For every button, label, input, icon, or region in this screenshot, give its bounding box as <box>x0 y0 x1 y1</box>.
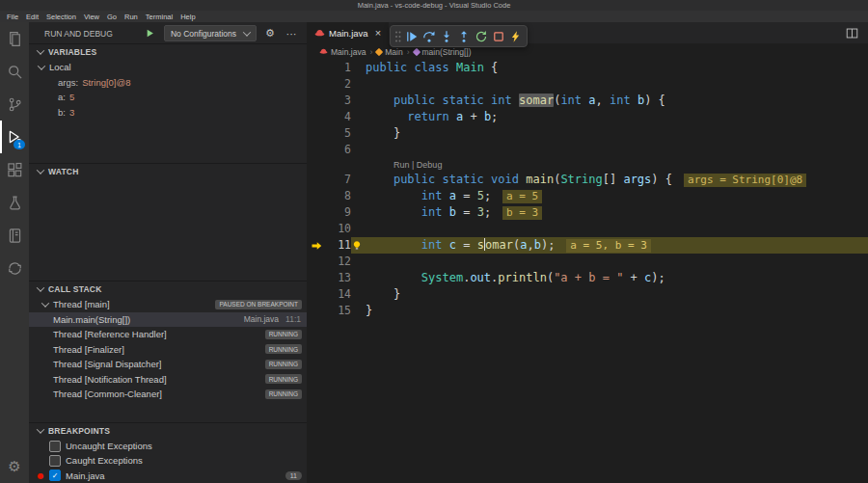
lightbulb-icon[interactable] <box>352 240 362 251</box>
breadcrumb-file[interactable]: Main.java <box>319 47 366 57</box>
call-stack-row[interactable]: Thread [Reference Handler]RUNNING <box>29 327 307 342</box>
code-line-6[interactable]: 6 <box>307 142 868 158</box>
line-number[interactable]: 10 <box>326 221 351 237</box>
code-line-7[interactable]: 7 public static void main(String[] args)… <box>307 172 868 188</box>
breadcrumb-method[interactable]: main(String[]) <box>414 47 472 57</box>
code-line-15[interactable]: 15} <box>307 303 868 319</box>
breakpoint-gutter[interactable] <box>307 221 326 237</box>
code-line-1[interactable]: 1public class Main { <box>307 60 868 76</box>
codelens-debug-link[interactable]: Debug <box>417 160 443 170</box>
extensions-icon[interactable] <box>0 153 29 186</box>
code-line-9[interactable]: 9 int b = 3;b = 3 <box>307 204 868 221</box>
breakpoint-gutter[interactable] <box>307 60 326 76</box>
breakpoint-gutter[interactable] <box>307 204 326 221</box>
call-stack-row[interactable]: Thread [Finalizer]RUNNING <box>29 342 307 358</box>
debug-config-dropdown[interactable]: No Configurations <box>164 25 257 41</box>
breakpoint-gutter[interactable] <box>307 286 326 303</box>
line-number[interactable]: 11 <box>326 237 351 254</box>
step-over-button[interactable] <box>420 28 437 44</box>
breakpoint-gutter[interactable] <box>307 188 326 204</box>
notebook-icon[interactable] <box>0 219 29 252</box>
search-icon[interactable] <box>0 55 29 88</box>
variable-row[interactable]: a:5 <box>29 90 307 105</box>
line-number[interactable]: 2 <box>326 76 351 93</box>
line-number[interactable]: 12 <box>326 254 351 270</box>
line-number[interactable]: 6 <box>326 142 351 158</box>
breakpoint-gutter[interactable] <box>307 172 326 188</box>
line-number[interactable]: 13 <box>326 270 351 286</box>
menu-terminal[interactable]: Terminal <box>142 13 176 21</box>
code-line-14[interactable]: 14 } <box>307 286 868 303</box>
code-line-4[interactable]: 4 return a + b; <box>307 109 868 125</box>
breakpoint-row[interactable]: Uncaught Exceptions <box>29 439 307 453</box>
variable-row[interactable]: b:3 <box>29 105 307 121</box>
breakpoint-checkbox[interactable]: ✓ <box>49 470 61 481</box>
source-control-icon[interactable] <box>0 88 29 121</box>
breakpoint-row[interactable]: Caught Exceptions <box>29 453 307 468</box>
run-and-debug-icon[interactable]: 1 <box>0 121 29 153</box>
close-tab-icon[interactable]: × <box>375 28 381 38</box>
split-editor-icon[interactable] <box>844 25 859 40</box>
line-number[interactable]: 8 <box>326 188 351 204</box>
breakpoint-gutter[interactable] <box>307 109 326 125</box>
call-stack-row[interactable]: Main.main(String[])Main.java11:1 <box>29 312 307 328</box>
breakpoint-gutter[interactable] <box>307 270 326 286</box>
code-line-11[interactable]: 11 int c = somar(a,b);a = 5, b = 3 <box>307 237 868 254</box>
settings-gear-icon[interactable]: ⚙ <box>0 450 29 483</box>
step-out-button[interactable] <box>455 28 472 44</box>
toolbar-drag-handle[interactable] <box>393 29 402 44</box>
tab-main-java[interactable]: Main.java × <box>307 22 389 43</box>
code-line-12[interactable]: 12 <box>307 254 868 270</box>
watch-section-header[interactable]: WATCH <box>29 164 307 179</box>
breakpoint-checkbox[interactable] <box>49 441 61 452</box>
breakpoint-gutter[interactable] <box>307 125 326 142</box>
call-stack-row[interactable]: Thread [main]PAUSED ON BREAKPOINT <box>29 297 307 312</box>
continue-button[interactable] <box>403 28 420 44</box>
stop-button[interactable] <box>490 28 506 44</box>
code-line-2[interactable]: 2 <box>307 76 868 93</box>
line-number[interactable]: 5 <box>326 125 351 142</box>
variables-scope-row[interactable]: Local <box>29 60 307 75</box>
code-line-13[interactable]: 13 System.out.println("a + b = " + c); <box>307 270 868 286</box>
call-stack-row[interactable]: Thread [Signal Dispatcher]RUNNING <box>29 357 307 372</box>
call-stack-section-header[interactable]: CALL STACK <box>29 282 307 297</box>
variable-row[interactable]: args:String[0]@8 <box>29 75 307 91</box>
breakpoint-row[interactable]: ●✓Main.java11 <box>29 469 307 483</box>
breakpoints-section-header[interactable]: BREAKPOINTS <box>29 423 307 439</box>
line-number[interactable]: 14 <box>326 286 351 303</box>
line-number[interactable]: 4 <box>326 109 351 125</box>
start-debugging-button[interactable] <box>143 26 158 41</box>
breakpoint-checkbox[interactable] <box>49 455 61 467</box>
code-line-10[interactable]: 10 <box>307 221 868 237</box>
hot-code-replace-button[interactable] <box>507 28 524 44</box>
breakpoint-gutter[interactable] <box>307 76 326 93</box>
more-actions-button[interactable]: ··· <box>284 26 299 41</box>
breakpoint-gutter[interactable] <box>307 93 326 109</box>
breadcrumb-class[interactable]: Main <box>376 47 402 57</box>
testing-icon[interactable] <box>0 186 29 219</box>
line-number[interactable]: 9 <box>326 204 351 221</box>
menu-edit[interactable]: Edit <box>22 13 42 21</box>
remote-explorer-icon[interactable] <box>0 252 29 284</box>
breakpoint-gutter[interactable] <box>307 142 326 158</box>
variables-section-header[interactable]: VARIABLES <box>29 44 307 60</box>
explorer-icon[interactable] <box>0 22 29 55</box>
call-stack-row[interactable]: Thread [Notification Thread]RUNNING <box>29 372 307 388</box>
code-editor[interactable]: 1public class Main {23 public static int… <box>307 60 868 483</box>
line-number[interactable]: 15 <box>326 303 351 319</box>
menu-run[interactable]: Run <box>121 13 142 21</box>
line-number[interactable]: 7 <box>326 172 351 188</box>
menu-selection[interactable]: Selection <box>42 13 80 21</box>
codelens-run-link[interactable]: Run <box>393 160 410 170</box>
code-line-5[interactable]: 5 } <box>307 125 868 142</box>
menu-view[interactable]: View <box>80 13 103 21</box>
code-line-8[interactable]: 8 int a = 5;a = 5 <box>307 188 868 204</box>
menu-file[interactable]: File <box>3 13 22 21</box>
menu-help[interactable]: Help <box>176 13 199 21</box>
debug-settings-gear-icon[interactable]: ⚙ <box>262 26 278 41</box>
menu-go[interactable]: Go <box>103 13 121 21</box>
code-line-3[interactable]: 3 public static int somar(int a, int b) … <box>307 93 868 109</box>
step-into-button[interactable] <box>438 28 454 44</box>
breakpoint-gutter[interactable] <box>307 237 326 254</box>
breakpoint-gutter[interactable] <box>307 303 326 319</box>
